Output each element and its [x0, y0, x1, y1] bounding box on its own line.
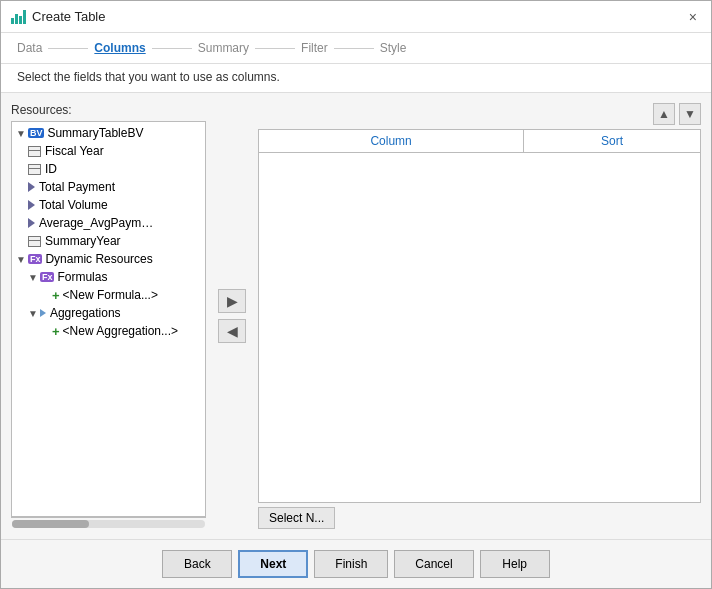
step-filter[interactable]: Filter: [301, 41, 328, 55]
step-summary[interactable]: Summary: [198, 41, 249, 55]
step-divider-4: [334, 48, 374, 49]
subtitle: Select the fields that you want to use a…: [1, 64, 711, 93]
tree-scrollbar[interactable]: [11, 517, 206, 529]
close-button[interactable]: ×: [685, 10, 701, 24]
step-columns[interactable]: Columns: [94, 41, 145, 55]
tree-node-avgpaymentper[interactable]: Average_AvgPaymentper: [12, 214, 205, 232]
back-button[interactable]: Back: [162, 550, 232, 578]
columns-table: Column Sort: [258, 129, 701, 503]
tree-node-aggregations[interactable]: ▼ Aggregations: [12, 304, 205, 322]
tree-node-formulas-label: Formulas: [57, 270, 107, 284]
move-left-button[interactable]: ◀: [218, 319, 246, 343]
tree-node-newformula-label: <New Formula...>: [63, 288, 158, 302]
dialog-title: Create Table: [32, 9, 105, 24]
tree-node-fiscalyear-label: Fiscal Year: [45, 144, 104, 158]
resources-label: Resources:: [11, 103, 206, 117]
tree-node-newaggregation-label: <New Aggregation...>: [63, 324, 178, 338]
tree-node-id-label: ID: [45, 162, 57, 176]
tree-node-newaggregation[interactable]: + <New Aggregation...>: [12, 322, 205, 340]
next-button[interactable]: Next: [238, 550, 308, 578]
step-divider-1: [48, 48, 88, 49]
tree-node-totalpayment[interactable]: Total Payment: [12, 178, 205, 196]
plus-icon: +: [52, 289, 60, 302]
tree-node-avgpaymentper-label: Average_AvgPaymentper: [39, 216, 159, 230]
tree-node-id[interactable]: ID: [12, 160, 205, 178]
finish-button[interactable]: Finish: [314, 550, 388, 578]
select-n-area: Select N...: [258, 507, 701, 529]
help-button[interactable]: Help: [480, 550, 550, 578]
triangle-icon: [28, 218, 35, 228]
tree-node-summarytablebv[interactable]: ▼ BV SummaryTableBV: [12, 124, 205, 142]
table-icon: [28, 236, 41, 247]
move-right-button[interactable]: ▶: [218, 289, 246, 313]
move-up-button[interactable]: ▲: [653, 103, 675, 125]
create-table-dialog: Create Table × Data Columns Summary Filt…: [0, 0, 712, 589]
tree-node-summarytablebv-label: SummaryTableBV: [47, 126, 143, 140]
select-n-button[interactable]: Select N...: [258, 507, 335, 529]
tree-node-dynamicresources-label: Dynamic Resources: [45, 252, 152, 266]
right-top-buttons: ▲ ▼: [258, 103, 701, 125]
plus-icon: +: [52, 325, 60, 338]
tree-node-totalvolume[interactable]: Total Volume: [12, 196, 205, 214]
table-icon: [28, 146, 41, 157]
step-data[interactable]: Data: [17, 41, 42, 55]
footer: Back Next Finish Cancel Help: [1, 539, 711, 588]
tree-node-dynamicresources[interactable]: ▼ Fx Dynamic Resources: [12, 250, 205, 268]
tree-node-aggregations-label: Aggregations: [50, 306, 121, 320]
tree-node-summaryyear[interactable]: SummaryYear: [12, 232, 205, 250]
app-icon: [11, 10, 26, 24]
right-panel: ▲ ▼ Column Sort Select N...: [258, 103, 701, 529]
triangle-icon: [28, 182, 35, 192]
step-divider-3: [255, 48, 295, 49]
title-bar: Create Table ×: [1, 1, 711, 33]
wizard-steps: Data Columns Summary Filter Style: [1, 33, 711, 64]
left-panel: Resources: ▼ BV SummaryTableBV Fiscal Ye…: [11, 103, 206, 529]
table-icon: [28, 164, 41, 175]
triangle-icon: [28, 200, 35, 210]
content-area: Resources: ▼ BV SummaryTableBV Fiscal Ye…: [1, 93, 711, 539]
tree-node-fiscalyear[interactable]: Fiscal Year: [12, 142, 205, 160]
step-style[interactable]: Style: [380, 41, 407, 55]
sort-header: Sort: [524, 130, 700, 153]
agg-icon: [40, 309, 46, 317]
middle-buttons: ▶ ◀: [214, 103, 250, 529]
cancel-button[interactable]: Cancel: [394, 550, 473, 578]
tree-node-summaryyear-label: SummaryYear: [45, 234, 121, 248]
tree-node-totalpayment-label: Total Payment: [39, 180, 115, 194]
tree-node-formulas[interactable]: ▼ Fx Formulas: [12, 268, 205, 286]
tree-node-newformula[interactable]: + <New Formula...>: [12, 286, 205, 304]
column-header: Column: [259, 130, 524, 153]
move-down-button[interactable]: ▼: [679, 103, 701, 125]
step-divider-2: [152, 48, 192, 49]
tree-node-totalvolume-label: Total Volume: [39, 198, 108, 212]
resource-tree[interactable]: ▼ BV SummaryTableBV Fiscal Year ID T: [11, 121, 206, 517]
